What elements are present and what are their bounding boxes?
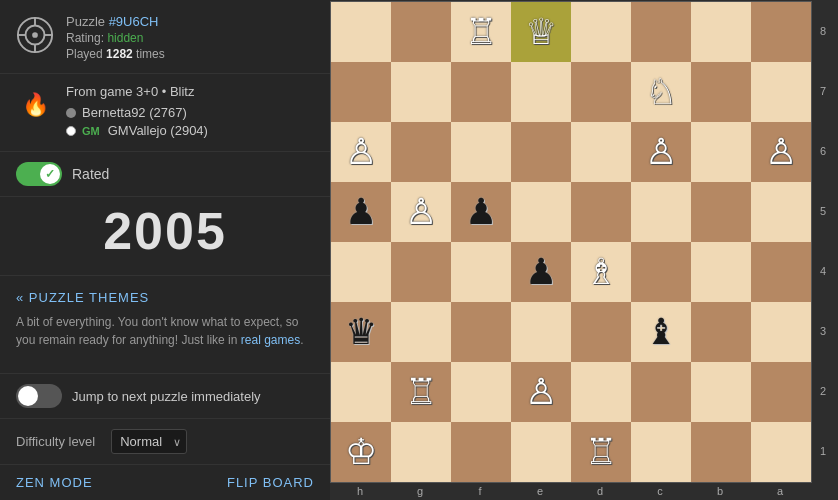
square[interactable]: ♛	[331, 302, 391, 362]
chess-piece: ♟	[465, 194, 497, 230]
square[interactable]: ♕	[511, 2, 571, 62]
square[interactable]	[391, 2, 451, 62]
square[interactable]	[511, 62, 571, 122]
square[interactable]: ♗	[571, 242, 631, 302]
square[interactable]	[511, 302, 571, 362]
square[interactable]: ♙	[631, 122, 691, 182]
square[interactable]: ♖	[451, 2, 511, 62]
player1-dot	[66, 108, 76, 118]
square[interactable]	[391, 122, 451, 182]
square[interactable]	[391, 302, 451, 362]
jump-section: Jump to next puzzle immediately	[0, 374, 330, 419]
square[interactable]	[691, 422, 751, 482]
player1-name: Bernetta92 (2767)	[82, 105, 187, 120]
board-with-coords: ♖♕♘♙♙♙♟♙♟♟♗♛♝♖♙♔♖ 87654321	[330, 1, 834, 483]
square[interactable]	[451, 302, 511, 362]
square[interactable]	[331, 362, 391, 422]
square[interactable]	[451, 62, 511, 122]
square[interactable]	[511, 182, 571, 242]
square[interactable]	[331, 2, 391, 62]
rank-label: 1	[816, 421, 830, 481]
themes-link[interactable]: « PUZZLE THEMES	[16, 290, 314, 305]
square[interactable]	[511, 122, 571, 182]
square[interactable]	[751, 422, 811, 482]
square[interactable]	[691, 242, 751, 302]
square[interactable]: ♟	[511, 242, 571, 302]
real-games-link[interactable]: real games	[241, 333, 300, 347]
chess-board[interactable]: ♖♕♘♙♙♙♟♙♟♟♗♛♝♖♙♔♖	[330, 1, 812, 483]
square[interactable]: ♝	[631, 302, 691, 362]
square[interactable]	[571, 62, 631, 122]
puzzle-played: Played 1282 times	[66, 47, 314, 61]
jump-toggle[interactable]	[16, 384, 62, 408]
square[interactable]	[751, 242, 811, 302]
square[interactable]	[751, 182, 811, 242]
rank-coords: 87654321	[812, 1, 834, 481]
square[interactable]	[571, 362, 631, 422]
rank-label: 4	[816, 241, 830, 301]
square[interactable]	[691, 182, 751, 242]
square[interactable]	[631, 182, 691, 242]
square[interactable]	[691, 302, 751, 362]
square[interactable]	[451, 242, 511, 302]
square[interactable]	[631, 2, 691, 62]
square[interactable]: ♙	[511, 362, 571, 422]
puzzle-id-link[interactable]: #9U6CH	[109, 14, 159, 29]
square[interactable]	[691, 2, 751, 62]
rating-display: 2005	[0, 197, 330, 276]
square[interactable]: ♖	[571, 422, 631, 482]
square[interactable]: ♙	[391, 182, 451, 242]
chess-piece: ♙	[645, 134, 677, 170]
square[interactable]	[691, 362, 751, 422]
square[interactable]	[571, 122, 631, 182]
square[interactable]	[391, 62, 451, 122]
zen-mode-button[interactable]: ZEN MODE	[16, 475, 93, 490]
square[interactable]	[691, 62, 751, 122]
square[interactable]: ♔	[331, 422, 391, 482]
chess-piece: ♔	[345, 434, 377, 470]
square[interactable]: ♙	[751, 122, 811, 182]
square[interactable]: ♙	[331, 122, 391, 182]
square[interactable]	[391, 242, 451, 302]
game-info: 🔥 From game 3+0 • Blitz Bernetta92 (2767…	[0, 74, 330, 152]
toggle-knob: ✓	[40, 164, 60, 184]
square[interactable]	[331, 242, 391, 302]
gm-badge: GM	[82, 125, 100, 137]
square[interactable]: ♖	[391, 362, 451, 422]
square[interactable]: ♟	[451, 182, 511, 242]
square[interactable]	[511, 422, 571, 482]
svg-point-6	[32, 32, 38, 38]
square[interactable]	[751, 302, 811, 362]
chess-piece: ♙	[405, 194, 437, 230]
square[interactable]	[631, 422, 691, 482]
fire-icon: 🔥	[16, 86, 54, 124]
square[interactable]	[691, 122, 751, 182]
square[interactable]	[751, 362, 811, 422]
puzzle-title: Puzzle #9U6CH	[66, 14, 314, 29]
square[interactable]	[751, 62, 811, 122]
chess-piece: ♛	[345, 314, 377, 350]
rank-label: 6	[816, 121, 830, 181]
difficulty-select[interactable]: Easy Normal Hard	[111, 429, 187, 454]
square[interactable]: ♘	[631, 62, 691, 122]
square[interactable]	[391, 422, 451, 482]
puzzle-rating: Rating: hidden	[66, 31, 314, 45]
flip-board-button[interactable]: FLIP BOARD	[227, 475, 314, 490]
game-details: From game 3+0 • Blitz Bernetta92 (2767) …	[66, 84, 314, 141]
square[interactable]	[631, 362, 691, 422]
chess-piece: ♙	[345, 134, 377, 170]
left-panel: Puzzle #9U6CH Rating: hidden Played 1282…	[0, 0, 330, 500]
square[interactable]	[571, 182, 631, 242]
square[interactable]	[331, 62, 391, 122]
rated-toggle[interactable]: ✓	[16, 162, 62, 186]
square[interactable]	[451, 362, 511, 422]
square[interactable]: ♟	[331, 182, 391, 242]
square[interactable]	[571, 2, 631, 62]
difficulty-section: Difficulty level Easy Normal Hard	[0, 419, 330, 465]
square[interactable]	[451, 122, 511, 182]
square[interactable]	[451, 422, 511, 482]
square[interactable]	[571, 302, 631, 362]
square[interactable]	[751, 2, 811, 62]
square[interactable]	[631, 242, 691, 302]
chess-piece: ♝	[645, 314, 677, 350]
